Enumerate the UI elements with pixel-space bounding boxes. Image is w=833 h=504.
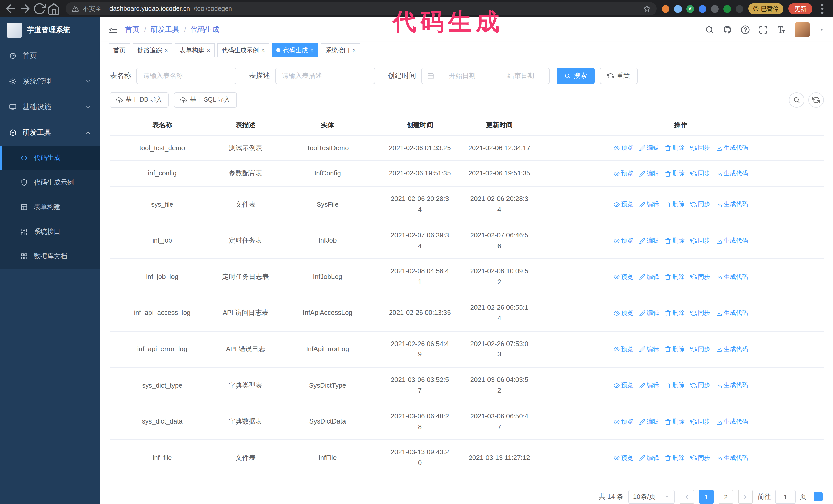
action-delete-button[interactable]: 删除 — [665, 143, 685, 153]
action-preview-button[interactable]: 预览 — [613, 417, 633, 427]
sidebar-item-dev-tools[interactable]: 研发工具 — [0, 120, 100, 146]
action-sync-button[interactable]: 同步 — [690, 200, 710, 210]
sidebar-item-code-generation-example[interactable]: 代码生成示例 — [0, 170, 100, 195]
action-generate-code-button[interactable]: 生成代码 — [716, 236, 748, 246]
action-sync-button[interactable]: 同步 — [690, 143, 710, 153]
extension-icon[interactable] — [674, 5, 682, 13]
action-sync-button[interactable]: 同步 — [690, 169, 710, 179]
sidebar-item-form-builder[interactable]: 表单构建 — [0, 195, 100, 219]
action-edit-button[interactable]: 编辑 — [639, 200, 659, 210]
reset-button[interactable]: 重置 — [600, 67, 638, 84]
action-edit-button[interactable]: 编辑 — [639, 453, 659, 463]
action-preview-button[interactable]: 预览 — [613, 344, 633, 354]
page-button-1[interactable]: 1 — [699, 490, 714, 504]
action-delete-button[interactable]: 删除 — [665, 169, 685, 179]
action-preview-button[interactable]: 预览 — [613, 143, 633, 153]
bookmark-star-icon[interactable] — [643, 5, 650, 12]
home-icon[interactable] — [47, 2, 61, 16]
action-sync-button[interactable]: 同步 — [690, 236, 710, 246]
page-button-2[interactable]: 2 — [719, 490, 733, 504]
reload-icon[interactable] — [33, 2, 46, 16]
extension-icon[interactable] — [711, 5, 718, 13]
action-generate-code-button[interactable]: 生成代码 — [716, 308, 748, 318]
tab-codegen-example[interactable]: 代码生成示例× — [217, 43, 269, 58]
action-edit-button[interactable]: 编辑 — [639, 236, 659, 246]
extension-icon[interactable] — [698, 5, 706, 13]
action-edit-button[interactable]: 编辑 — [639, 143, 659, 153]
action-delete-button[interactable]: 删除 — [665, 200, 685, 210]
action-sync-button[interactable]: 同步 — [690, 381, 710, 390]
help-icon[interactable] — [741, 25, 750, 34]
breadcrumb-item-home[interactable]: 首页 — [125, 25, 139, 34]
action-sync-button[interactable]: 同步 — [690, 453, 710, 463]
paused-badge[interactable]: 😊 已暂停 — [748, 3, 783, 14]
action-preview-button[interactable]: 预览 — [613, 272, 633, 282]
action-edit-button[interactable]: 编辑 — [639, 308, 659, 318]
action-preview-button[interactable]: 预览 — [613, 200, 633, 210]
sidebar-collapse-icon[interactable] — [109, 25, 118, 34]
forward-icon[interactable] — [19, 2, 32, 16]
font-size-icon[interactable] — [777, 25, 786, 34]
prev-page-button[interactable] — [680, 490, 694, 504]
action-preview-button[interactable]: 预览 — [613, 381, 633, 390]
app-logo[interactable]: 芋道管理系统 — [0, 18, 100, 43]
action-generate-code-button[interactable]: 生成代码 — [716, 169, 748, 179]
tab-close-icon[interactable]: × — [310, 48, 314, 53]
tab-close-icon[interactable]: × — [261, 48, 265, 53]
tab-close-icon[interactable]: × — [165, 48, 168, 53]
sidebar-item-system-management[interactable]: 系统管理 — [0, 69, 100, 94]
sidebar-item-database-doc[interactable]: 数据库文档 — [0, 244, 100, 269]
goto-page-input[interactable] — [775, 490, 795, 504]
next-page-button[interactable] — [738, 490, 753, 504]
action-sync-button[interactable]: 同步 — [690, 272, 710, 282]
action-preview-button[interactable]: 预览 — [613, 453, 633, 463]
action-preview-button[interactable]: 预览 — [613, 169, 633, 179]
avatar-caret-icon[interactable] — [819, 27, 825, 33]
update-button[interactable]: 更新 — [788, 3, 812, 14]
extension-icon[interactable] — [662, 5, 669, 13]
action-generate-code-button[interactable]: 生成代码 — [716, 381, 748, 390]
action-generate-code-button[interactable]: 生成代码 — [716, 272, 748, 282]
table-desc-input[interactable] — [275, 67, 375, 84]
action-delete-button[interactable]: 删除 — [665, 417, 685, 427]
search-button[interactable]: 搜索 — [557, 67, 595, 84]
date-range-picker[interactable]: 开始日期 - 结束日期 — [421, 67, 549, 84]
action-delete-button[interactable]: 删除 — [665, 344, 685, 354]
address-bar[interactable]: 不安全 dashboard.yudao.iocoder.cn/tool/code… — [66, 2, 657, 16]
action-sync-button[interactable]: 同步 — [690, 417, 710, 427]
action-sync-button[interactable]: 同步 — [690, 344, 710, 354]
search-icon[interactable] — [705, 25, 714, 34]
action-preview-button[interactable]: 预览 — [613, 308, 633, 318]
action-sync-button[interactable]: 同步 — [690, 308, 710, 318]
sidebar-item-code-generation[interactable]: 代码生成 — [0, 146, 100, 170]
breadcrumb-item-code-generation[interactable]: 代码生成 — [191, 25, 219, 34]
extension-icon[interactable] — [735, 5, 743, 13]
action-edit-button[interactable]: 编辑 — [639, 169, 659, 179]
action-edit-button[interactable]: 编辑 — [639, 272, 659, 282]
table-name-input[interactable] — [136, 67, 236, 84]
fullscreen-icon[interactable] — [759, 25, 768, 34]
back-icon[interactable] — [4, 2, 18, 16]
tab-close-icon[interactable]: × — [353, 48, 356, 53]
page-size-select[interactable]: 10条/页 — [628, 490, 674, 504]
sidebar-item-home[interactable]: 首页 — [0, 43, 100, 69]
action-edit-button[interactable]: 编辑 — [639, 344, 659, 354]
tab-form-builder[interactable]: 表单构建× — [175, 43, 215, 58]
extension-icon[interactable]: V — [686, 5, 694, 13]
tab-close-icon[interactable]: × — [207, 48, 210, 53]
tab-system-api[interactable]: 系统接口× — [321, 43, 361, 58]
action-edit-button[interactable]: 编辑 — [639, 417, 659, 427]
tab-link-trace[interactable]: 链路追踪× — [133, 43, 172, 58]
action-generate-code-button[interactable]: 生成代码 — [716, 143, 748, 153]
import-db-button[interactable]: 基于 DB 导入 — [110, 92, 169, 107]
action-generate-code-button[interactable]: 生成代码 — [716, 200, 748, 210]
breadcrumb-item-dev-tools[interactable]: 研发工具 — [151, 25, 180, 34]
action-edit-button[interactable]: 编辑 — [639, 381, 659, 390]
sidebar-item-system-api[interactable]: 系统接口 — [0, 219, 100, 244]
action-delete-button[interactable]: 删除 — [665, 236, 685, 246]
github-icon[interactable] — [723, 25, 732, 34]
kebab-menu-icon[interactable] — [815, 2, 829, 16]
action-generate-code-button[interactable]: 生成代码 — [716, 344, 748, 354]
action-generate-code-button[interactable]: 生成代码 — [716, 453, 748, 463]
backtop-button[interactable] — [813, 492, 823, 501]
